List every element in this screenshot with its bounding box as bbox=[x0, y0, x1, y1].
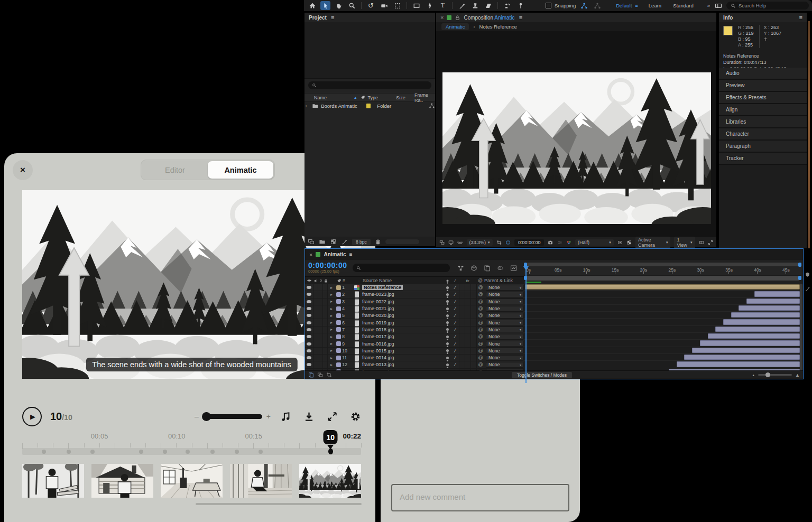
fx-column-icon[interactable]: fx bbox=[459, 277, 476, 284]
layer-visibility-toggle[interactable] bbox=[305, 305, 313, 312]
rotate-tool-icon[interactable]: ↺ bbox=[366, 1, 376, 10]
clone-stamp-tool-icon[interactable] bbox=[470, 1, 480, 10]
layer-parent-pickwhip-icon[interactable]: @ bbox=[476, 348, 484, 354]
layer-motionblur-cell[interactable] bbox=[470, 355, 476, 361]
workspace-overflow[interactable]: » bbox=[707, 3, 710, 8]
layer-name[interactable]: frame-0023.jpg bbox=[361, 291, 443, 297]
layer-motionblur-cell[interactable] bbox=[470, 319, 476, 325]
layer-blend-cell[interactable] bbox=[465, 319, 470, 325]
new-composition-icon[interactable] bbox=[330, 238, 337, 245]
layer-lock-cell[interactable] bbox=[323, 312, 328, 319]
layer-parent-dropdown[interactable]: None▾ bbox=[486, 313, 524, 319]
transparency-grid-icon[interactable] bbox=[626, 239, 632, 246]
zoom-slider-knob[interactable] bbox=[765, 372, 770, 377]
timeline-layer-row[interactable]: ▸ 10 frame-0015.jpg ∕ @ None▾ bbox=[305, 348, 524, 355]
volume-plus[interactable]: + bbox=[266, 412, 271, 421]
layer-fx-cell[interactable] bbox=[459, 361, 465, 368]
layer-quality-switch[interactable]: ∕ bbox=[451, 291, 459, 297]
layer-motionblur-cell[interactable] bbox=[470, 299, 476, 305]
layer-bar[interactable] bbox=[715, 327, 800, 332]
layer-shy-switch[interactable] bbox=[443, 291, 451, 297]
layer-audio-cell[interactable] bbox=[313, 340, 318, 347]
layer-expand-arrow[interactable]: ▸ bbox=[328, 319, 335, 325]
time-ruler[interactable]: 0s05s10s15s20s25s30s35s40s45s bbox=[524, 266, 801, 275]
layer-solo-cell[interactable] bbox=[318, 305, 323, 312]
layer-lock-cell[interactable] bbox=[323, 361, 328, 368]
layer-expand-arrow[interactable]: ▸ bbox=[328, 327, 335, 333]
panel-menu-icon[interactable]: ≡ bbox=[349, 251, 353, 257]
timeline-layer-row[interactable]: ▸ 11 frame-0014.jpg ∕ @ None▾ bbox=[305, 355, 524, 361]
layer-audio-cell[interactable] bbox=[313, 361, 318, 368]
zoom-tool-icon[interactable] bbox=[347, 1, 357, 10]
pen-tool-icon[interactable] bbox=[425, 1, 435, 10]
layer-parent-pickwhip-icon[interactable]: @ bbox=[476, 361, 484, 368]
layer-audio-cell[interactable] bbox=[313, 355, 318, 361]
layer-solo-cell[interactable] bbox=[318, 340, 323, 347]
layer-fx-cell[interactable] bbox=[459, 312, 465, 319]
layer-parent-dropdown[interactable]: None▾ bbox=[486, 285, 524, 291]
layer-fx-cell[interactable] bbox=[459, 319, 465, 325]
layer-lock-cell[interactable] bbox=[323, 284, 328, 291]
layer-name[interactable]: frame-0016.jpg bbox=[361, 340, 443, 347]
shy-column-icon[interactable] bbox=[443, 277, 451, 284]
layer-audio-cell[interactable] bbox=[313, 319, 318, 325]
fullscreen-icon[interactable] bbox=[327, 411, 338, 422]
side-panel-align[interactable]: Align bbox=[719, 104, 807, 116]
layer-shy-switch[interactable] bbox=[443, 299, 451, 305]
audio-column-icon[interactable] bbox=[313, 277, 318, 284]
layer-motionblur-cell[interactable] bbox=[470, 327, 476, 333]
side-panel-paragraph[interactable]: Paragraph bbox=[719, 141, 807, 153]
timeline-layer-row[interactable]: ▸ 7 frame-0018.jpg ∕ @ None▾ bbox=[305, 327, 524, 333]
playhead[interactable] bbox=[525, 266, 527, 383]
roto-brush-tool-icon[interactable] bbox=[502, 1, 512, 10]
search-help-field[interactable]: Search Help bbox=[726, 2, 809, 10]
frame-marker-dot[interactable] bbox=[210, 450, 215, 454]
timeline-layer-row[interactable]: ▸ 9 frame-0016.jpg ∕ @ None▾ bbox=[305, 340, 524, 347]
side-panel-tracker[interactable]: Tracker bbox=[719, 153, 807, 165]
layer-name[interactable]: frame-0020.jpg bbox=[361, 312, 443, 319]
snapshot-icon[interactable] bbox=[548, 239, 553, 246]
layer-lock-cell[interactable] bbox=[323, 319, 328, 325]
current-timecode[interactable]: 0:00:00:00 bbox=[308, 262, 347, 269]
pixel-aspect-icon[interactable] bbox=[699, 239, 704, 246]
fast-previews-icon[interactable] bbox=[708, 239, 713, 246]
close-panel-icon[interactable]: × bbox=[309, 251, 312, 258]
timeline-layer-row[interactable]: ▸ 6 frame-0019.jpg ∕ @ None▾ bbox=[305, 319, 524, 326]
timeline-layer-row[interactable]: ▸ 8 frame-0017.jpg ∕ @ None▾ bbox=[305, 333, 524, 340]
lock-column-icon[interactable] bbox=[323, 277, 328, 284]
layer-fx-cell[interactable] bbox=[459, 355, 465, 361]
timeline-tab-label[interactable]: Animatic bbox=[324, 251, 346, 257]
source-name-column[interactable]: Source Name bbox=[361, 277, 443, 284]
volume-slider[interactable] bbox=[203, 414, 262, 419]
layer-fx-cell[interactable] bbox=[459, 305, 465, 312]
layer-parent-pickwhip-icon[interactable]: @ bbox=[476, 284, 484, 291]
layer-parent-pickwhip-icon[interactable]: @ bbox=[476, 333, 484, 340]
project-search-input[interactable] bbox=[308, 81, 431, 89]
layer-label-color[interactable] bbox=[335, 348, 342, 354]
layer-parent-dropdown[interactable]: None▾ bbox=[486, 306, 524, 312]
layer-label-color[interactable] bbox=[335, 284, 342, 291]
interpret-footage-icon[interactable] bbox=[308, 238, 315, 245]
layer-bar[interactable] bbox=[677, 361, 800, 367]
layer-fx-cell[interactable] bbox=[459, 291, 465, 297]
panel-menu-icon[interactable]: ≡ bbox=[519, 14, 522, 21]
side-panel-effects-presets[interactable]: Effects & Presets bbox=[719, 92, 807, 104]
toggle-switches-button[interactable]: Toggle Switches / Modes bbox=[512, 372, 572, 378]
layer-visibility-toggle[interactable] bbox=[305, 327, 313, 333]
layer-solo-cell[interactable] bbox=[318, 291, 323, 297]
edit-marker-icon[interactable] bbox=[805, 286, 810, 292]
layer-expand-arrow[interactable]: ▸ bbox=[328, 348, 335, 354]
layer-quality-switch[interactable]: ∕ bbox=[451, 355, 459, 361]
layer-lock-cell[interactable] bbox=[323, 340, 328, 347]
scroll-end-handle[interactable] bbox=[798, 263, 801, 267]
layer-shy-switch[interactable] bbox=[443, 340, 451, 347]
zoom-in-mountain-icon[interactable]: ▲ bbox=[795, 372, 800, 378]
layer-shy-switch[interactable] bbox=[443, 305, 451, 312]
volume-minus[interactable]: – bbox=[195, 412, 199, 421]
panel-menu-icon[interactable]: ≡ bbox=[799, 14, 802, 21]
thumbnail-man-on-porch[interactable] bbox=[230, 464, 292, 498]
layer-name[interactable]: frame-0018.jpg bbox=[361, 327, 443, 333]
layer-name[interactable]: Notes Reference bbox=[361, 284, 443, 291]
thumbnail-man-in-forest[interactable] bbox=[22, 464, 84, 498]
layer-parent-dropdown[interactable]: None▾ bbox=[486, 348, 524, 353]
